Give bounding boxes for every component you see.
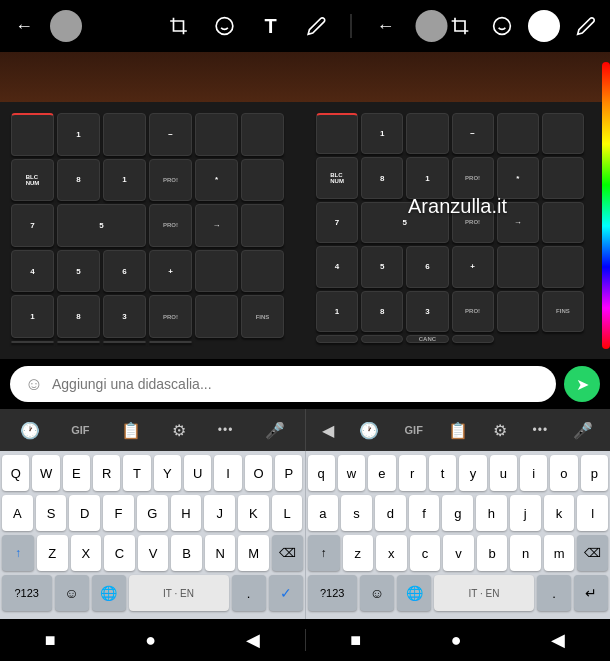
key-k[interactable]: k (544, 495, 575, 531)
text-icon[interactable]: T (255, 10, 287, 42)
key-b[interactable]: b (477, 535, 508, 571)
settings-icon-right[interactable]: ⚙ (489, 417, 511, 444)
key-C[interactable]: C (104, 535, 135, 571)
key-O[interactable]: O (245, 455, 272, 491)
key-j[interactable]: j (510, 495, 541, 531)
key-R[interactable]: R (93, 455, 120, 491)
more-icon-left[interactable]: ••• (214, 419, 238, 441)
caption-input[interactable] (52, 376, 544, 392)
key-N[interactable]: N (205, 535, 236, 571)
mic-icon-right[interactable]: 🎤 (569, 417, 597, 444)
key-Z[interactable]: Z (37, 535, 68, 571)
nav-circle-right[interactable]: ● (451, 630, 462, 651)
nav-square-right[interactable]: ■ (350, 630, 361, 651)
key-d[interactable]: d (375, 495, 406, 531)
clipboard-icon-right[interactable]: 📋 (444, 417, 472, 444)
key-m[interactable]: m (544, 535, 575, 571)
avatar-right[interactable] (528, 10, 560, 42)
crop-icon[interactable] (163, 10, 195, 42)
key-backspace-left[interactable]: ⌫ (272, 535, 303, 571)
gif-button-right[interactable]: GIF (401, 420, 427, 440)
key-v[interactable]: v (443, 535, 474, 571)
color-picker-bar[interactable] (602, 62, 610, 349)
key-z[interactable]: z (343, 535, 374, 571)
clipboard-icon-left[interactable]: 📋 (117, 417, 145, 444)
key-check-left[interactable]: ✓ (269, 575, 303, 611)
recent-emoji-icon-right[interactable]: 🕐 (355, 417, 383, 444)
key-x[interactable]: x (376, 535, 407, 571)
key-H[interactable]: H (171, 495, 202, 531)
key-c[interactable]: c (410, 535, 441, 571)
key-J[interactable]: J (204, 495, 235, 531)
key-enter-right[interactable]: ↵ (574, 575, 608, 611)
avatar[interactable] (50, 10, 82, 42)
key-y[interactable]: y (459, 455, 486, 491)
more-icon-right[interactable]: ••• (529, 419, 553, 441)
key-G[interactable]: G (137, 495, 168, 531)
key-n[interactable]: n (510, 535, 541, 571)
key-period-left[interactable]: . (232, 575, 266, 611)
key-o[interactable]: o (550, 455, 577, 491)
key-p[interactable]: p (581, 455, 608, 491)
recent-emoji-icon[interactable]: 🕐 (16, 417, 44, 444)
key-X[interactable]: X (71, 535, 102, 571)
key-E[interactable]: E (63, 455, 90, 491)
back-icon-right-toolbar[interactable]: ◀ (318, 417, 338, 444)
settings-icon-left[interactable]: ⚙ (168, 417, 190, 444)
key-shift-right[interactable]: ↑ (308, 535, 340, 571)
emoji-icon[interactable] (209, 10, 241, 42)
key-123-left[interactable]: ?123 (2, 575, 52, 611)
key-Y[interactable]: Y (154, 455, 181, 491)
key-D[interactable]: D (69, 495, 100, 531)
nav-back-left[interactable]: ◀ (246, 629, 260, 651)
key-lang-left[interactable]: IT · EN (129, 575, 229, 611)
nav-square-left[interactable]: ■ (45, 630, 56, 651)
key-f[interactable]: f (409, 495, 440, 531)
key-globe-left[interactable]: 🌐 (92, 575, 126, 611)
key-K[interactable]: K (238, 495, 269, 531)
key-g[interactable]: g (442, 495, 473, 531)
key-A[interactable]: A (2, 495, 33, 531)
emoji-caption-icon[interactable]: ☺ (22, 372, 46, 396)
key-s[interactable]: s (341, 495, 372, 531)
key-period-right[interactable]: . (537, 575, 571, 611)
pen-icon[interactable] (301, 10, 333, 42)
key-h[interactable]: h (476, 495, 507, 531)
key-emoji-right[interactable]: ☺ (360, 575, 394, 611)
key-e[interactable]: e (368, 455, 395, 491)
nav-back-right[interactable]: ◀ (551, 629, 565, 651)
key-a[interactable]: a (308, 495, 339, 531)
key-u[interactable]: u (490, 455, 517, 491)
key-i[interactable]: i (520, 455, 547, 491)
key-123-right[interactable]: ?123 (308, 575, 358, 611)
key-shift-left[interactable]: ↑ (2, 535, 34, 571)
send-button[interactable]: ➤ (564, 366, 600, 402)
pen-icon-right[interactable] (570, 10, 602, 42)
key-F[interactable]: F (103, 495, 134, 531)
key-lang-right[interactable]: IT · EN (434, 575, 534, 611)
key-Q[interactable]: Q (2, 455, 29, 491)
crop-icon-right[interactable] (444, 10, 476, 42)
key-l[interactable]: l (577, 495, 608, 531)
key-t[interactable]: t (429, 455, 456, 491)
key-U[interactable]: U (184, 455, 211, 491)
key-backspace-right[interactable]: ⌫ (577, 535, 608, 571)
key-L[interactable]: L (272, 495, 303, 531)
key-W[interactable]: W (32, 455, 59, 491)
key-M[interactable]: M (238, 535, 269, 571)
gif-button-left[interactable]: GIF (67, 420, 93, 440)
mic-icon-left[interactable]: 🎤 (261, 417, 289, 444)
key-r[interactable]: r (399, 455, 426, 491)
key-I[interactable]: I (214, 455, 241, 491)
key-globe-right[interactable]: 🌐 (397, 575, 431, 611)
key-B[interactable]: B (171, 535, 202, 571)
key-P[interactable]: P (275, 455, 302, 491)
key-T[interactable]: T (123, 455, 150, 491)
key-S[interactable]: S (36, 495, 67, 531)
nav-circle-left[interactable]: ● (145, 630, 156, 651)
emoji-icon-right[interactable] (486, 10, 518, 42)
key-q[interactable]: q (308, 455, 335, 491)
key-V[interactable]: V (138, 535, 169, 571)
undo-icon[interactable]: ← (370, 10, 402, 42)
back-button[interactable]: ← (8, 10, 40, 42)
